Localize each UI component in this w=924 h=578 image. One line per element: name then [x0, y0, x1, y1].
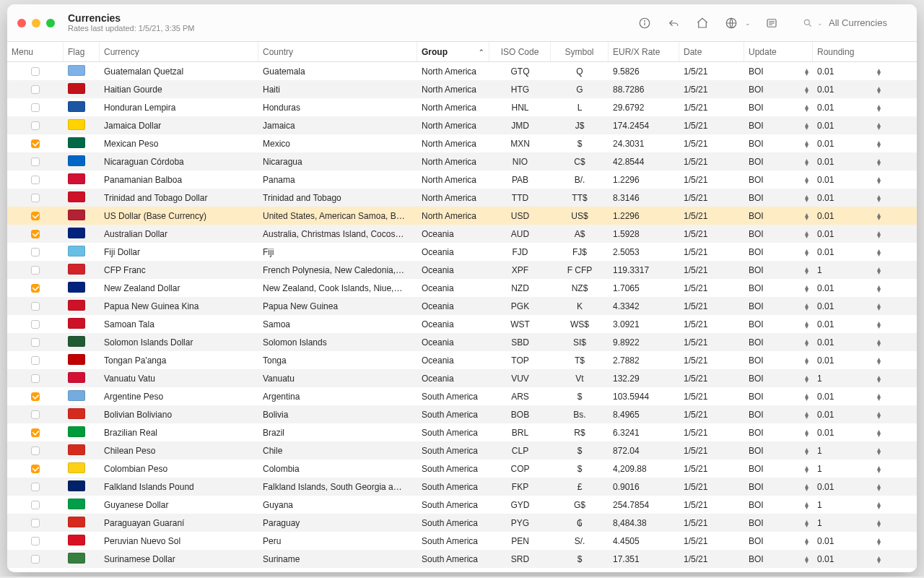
table-row[interactable]: Colombian PesoColombiaSouth AmericaCOP$4… [7, 460, 917, 478]
update-stepper[interactable]: ▴▾ [805, 230, 808, 238]
row-checkbox[interactable] [31, 194, 40, 202]
row-checkbox[interactable] [31, 320, 40, 329]
row-checkbox[interactable] [31, 139, 40, 148]
row-checkbox[interactable] [31, 158, 40, 166]
rounding-stepper[interactable]: ▴▾ [877, 176, 881, 184]
row-checkbox[interactable] [31, 176, 40, 184]
close-button[interactable] [17, 19, 26, 27]
table-row[interactable]: Samoan TalaSamoaOceaniaWSTWS$3.09211/5/2… [7, 315, 917, 333]
row-checkbox[interactable] [31, 465, 40, 473]
table-row[interactable]: Falkland Islands PoundFalkland Islands, … [7, 478, 917, 496]
rounding-stepper[interactable]: ▴▾ [877, 538, 881, 545]
col-rate[interactable]: EUR/X Rate [609, 42, 679, 61]
rounding-stepper[interactable]: ▴▾ [877, 556, 881, 563]
table-row[interactable]: Papua New Guinea KinaPapua New GuineaOce… [7, 297, 917, 315]
row-checkbox[interactable] [31, 374, 40, 383]
update-stepper[interactable]: ▴▾ [805, 357, 808, 364]
update-stepper[interactable]: ▴▾ [805, 212, 808, 220]
table-body[interactable]: Guatemalan QuetzalGuatemalaNorth America… [7, 62, 917, 572]
row-checkbox[interactable] [31, 284, 40, 293]
zoom-button[interactable] [46, 19, 55, 27]
update-stepper[interactable]: ▴▾ [805, 429, 808, 436]
table-row[interactable]: New Zealand DollarNew Zealand, Cook Isla… [7, 279, 917, 297]
update-stepper[interactable]: ▴▾ [805, 393, 808, 400]
update-stepper[interactable]: ▴▾ [805, 140, 808, 147]
globe-icon[interactable] [723, 15, 739, 31]
row-checkbox[interactable] [31, 85, 40, 94]
col-group[interactable]: Group [417, 42, 489, 61]
home-icon[interactable] [694, 15, 710, 31]
row-checkbox[interactable] [31, 392, 40, 401]
update-stepper[interactable]: ▴▾ [805, 176, 808, 184]
table-row[interactable]: Mexican PesoMexicoNorth AmericaMXN$24.30… [7, 134, 917, 152]
update-stepper[interactable]: ▴▾ [805, 158, 808, 165]
update-stepper[interactable]: ▴▾ [805, 321, 808, 328]
row-checkbox[interactable] [31, 248, 40, 256]
update-stepper[interactable]: ▴▾ [805, 465, 808, 473]
table-row[interactable]: Vanuatu VatuVanuatuOceaniaVUVVt132.291/5… [7, 369, 917, 387]
rounding-stepper[interactable]: ▴▾ [877, 357, 881, 364]
update-stepper[interactable]: ▴▾ [805, 68, 808, 75]
table-row[interactable]: Guyanese DollarGuyanaSouth AmericaGYDG$2… [7, 496, 917, 514]
col-flag[interactable]: Flag [64, 42, 100, 61]
rounding-stepper[interactable]: ▴▾ [877, 501, 881, 509]
rounding-stepper[interactable]: ▴▾ [877, 86, 881, 93]
rounding-stepper[interactable]: ▴▾ [877, 393, 881, 400]
rounding-stepper[interactable]: ▴▾ [877, 375, 881, 382]
col-iso[interactable]: ISO Code [489, 42, 551, 61]
rounding-stepper[interactable]: ▴▾ [877, 285, 881, 292]
rounding-stepper[interactable]: ▴▾ [877, 158, 881, 165]
table-row[interactable]: Tongan Pa'angaTongaOceaniaTOPT$2.78821/5… [7, 351, 917, 369]
rounding-stepper[interactable]: ▴▾ [877, 429, 881, 436]
update-stepper[interactable]: ▴▾ [805, 303, 808, 310]
table-row[interactable]: Panamanian BalboaPanamaNorth AmericaPABB… [7, 171, 917, 189]
row-checkbox[interactable] [31, 121, 40, 130]
update-stepper[interactable]: ▴▾ [805, 375, 808, 382]
rounding-stepper[interactable]: ▴▾ [877, 303, 881, 310]
table-row[interactable]: US Dollar (Base Currency)United States, … [7, 207, 917, 225]
update-stepper[interactable]: ▴▾ [805, 483, 808, 491]
info-icon[interactable] [637, 15, 653, 31]
table-row[interactable]: Guatemalan QuetzalGuatemalaNorth America… [7, 62, 917, 80]
rounding-stepper[interactable]: ▴▾ [877, 194, 881, 202]
row-checkbox[interactable] [31, 428, 40, 437]
row-checkbox[interactable] [31, 483, 40, 491]
row-checkbox[interactable] [31, 356, 40, 365]
row-checkbox[interactable] [31, 447, 40, 455]
table-row[interactable]: Peruvian Nuevo SolPeruSouth AmericaPENS/… [7, 532, 917, 550]
table-row[interactable]: Bolivian BolivianoBoliviaSouth AmericaBO… [7, 405, 917, 423]
list-edit-icon[interactable] [764, 15, 780, 31]
update-stepper[interactable]: ▴▾ [805, 86, 808, 93]
table-row[interactable]: Australian DollarAustralia, Christmas Is… [7, 225, 917, 243]
table-row[interactable]: Jamaica DollarJamaicaNorth AmericaJMDJ$1… [7, 116, 917, 134]
update-stepper[interactable]: ▴▾ [805, 104, 808, 111]
row-checkbox[interactable] [31, 67, 40, 76]
table-row[interactable]: CFP FrancFrench Polynesia, New Caledonia… [7, 261, 917, 279]
update-stepper[interactable]: ▴▾ [805, 447, 808, 454]
rounding-stepper[interactable]: ▴▾ [877, 519, 881, 527]
table-row[interactable]: Paraguayan GuaraníParaguaySouth AmericaP… [7, 514, 917, 532]
table-row[interactable]: Fiji DollarFijiOceaniaFJDFJ$2.50531/5/21… [7, 243, 917, 261]
row-checkbox[interactable] [31, 555, 40, 564]
col-country[interactable]: Country [258, 42, 417, 61]
search-input[interactable] [827, 17, 907, 29]
row-checkbox[interactable] [31, 410, 40, 419]
table-row[interactable]: Solomon Islands DollarSolomon IslandsOce… [7, 333, 917, 351]
rounding-stepper[interactable]: ▴▾ [877, 465, 881, 473]
row-checkbox[interactable] [31, 537, 40, 545]
col-update[interactable]: Update [744, 42, 813, 61]
row-checkbox[interactable] [31, 338, 40, 347]
row-checkbox[interactable] [31, 212, 40, 220]
update-stepper[interactable]: ▴▾ [805, 519, 808, 527]
update-stepper[interactable]: ▴▾ [805, 556, 808, 563]
minimize-button[interactable] [32, 19, 40, 27]
update-stepper[interactable]: ▴▾ [805, 267, 808, 274]
table-row[interactable]: Trinidad and Tobago DollarTrinidad and T… [7, 189, 917, 207]
table-row[interactable]: Chilean PesoChileSouth AmericaCLP$872.04… [7, 441, 917, 460]
row-checkbox[interactable] [31, 103, 40, 112]
rounding-stepper[interactable]: ▴▾ [877, 68, 881, 75]
table-row[interactable]: Honduran LempiraHondurasNorth AmericaHNL… [7, 98, 917, 116]
col-symbol[interactable]: Symbol [551, 42, 609, 61]
update-stepper[interactable]: ▴▾ [805, 122, 808, 129]
row-checkbox[interactable] [31, 266, 40, 275]
